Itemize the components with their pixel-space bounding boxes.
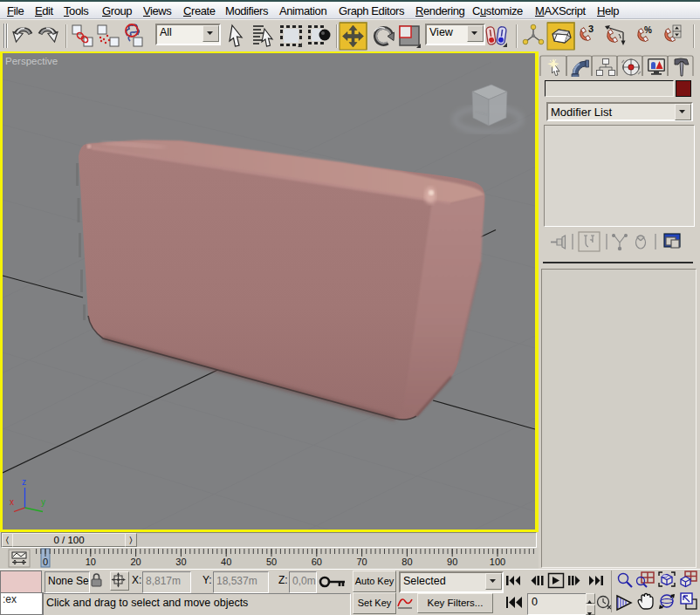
svg-text:3: 3 [588, 24, 594, 34]
svg-text:z: z [22, 477, 26, 487]
svg-text:Perspective: Perspective [5, 56, 58, 66]
svg-text:10: 10 [86, 557, 96, 567]
svg-text:50: 50 [266, 557, 277, 567]
svg-text:x: x [10, 497, 14, 507]
svg-text:90: 90 [447, 557, 457, 567]
svg-text:70: 70 [356, 557, 367, 567]
svg-text:y: y [41, 497, 45, 507]
svg-text:20: 20 [130, 557, 141, 567]
svg-text:40: 40 [221, 557, 231, 567]
svg-text:100: 100 [490, 557, 505, 567]
svg-text:%: % [644, 25, 652, 35]
svg-text:30: 30 [175, 557, 186, 567]
svg-text:80: 80 [401, 557, 412, 567]
svg-text:60: 60 [312, 557, 322, 567]
svg-text:0: 0 [43, 557, 48, 567]
